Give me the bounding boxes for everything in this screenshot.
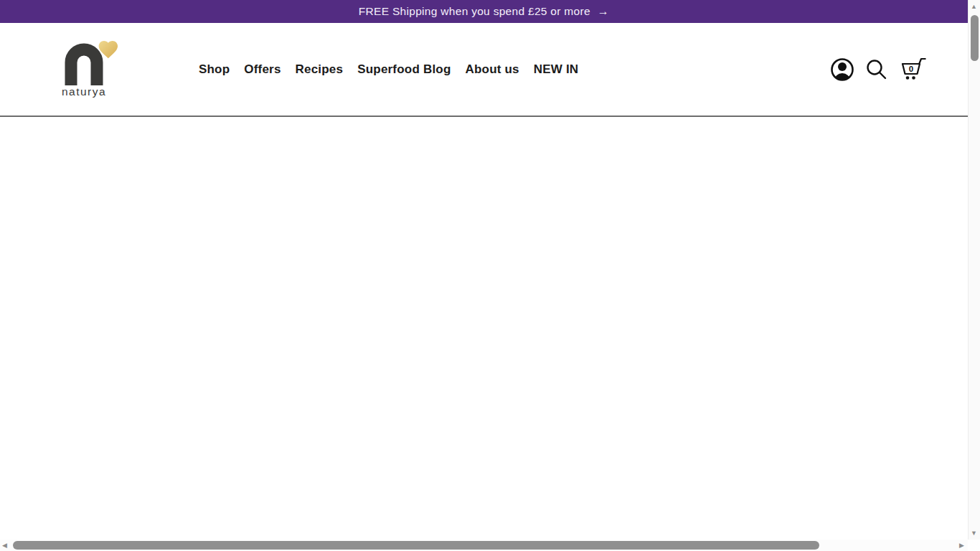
- cart-button[interactable]: 0: [898, 57, 928, 81]
- scroll-up-button[interactable]: ▲: [971, 4, 977, 10]
- main-nav: Shop Offers Recipes Superfood Blog About…: [199, 62, 578, 77]
- scroll-down-button[interactable]: ▼: [971, 530, 977, 537]
- promo-banner-text: FREE Shipping when you spend £25 or more: [359, 5, 590, 18]
- vertical-scrollbar-thumb[interactable]: [971, 15, 979, 61]
- header-icons: 0: [830, 57, 928, 82]
- account-icon: [830, 57, 854, 82]
- nav-item-new-in[interactable]: NEW IN: [534, 62, 579, 77]
- arrow-right-icon: →: [598, 6, 609, 17]
- scroll-left-button[interactable]: ◀: [2, 542, 7, 549]
- promo-banner[interactable]: FREE Shipping when you spend £25 or more…: [0, 0, 968, 23]
- cart-count-badge: 0: [909, 65, 913, 73]
- nav-item-shop[interactable]: Shop: [199, 62, 230, 77]
- scroll-right-button[interactable]: ▶: [959, 542, 964, 549]
- site-header: naturya Shop Offers Recipes Superfood Bl…: [0, 23, 968, 117]
- horizontal-scrollbar[interactable]: ◀ ▶: [0, 540, 968, 551]
- page-content: [0, 117, 968, 540]
- vertical-scrollbar[interactable]: ▲ ▼: [968, 0, 980, 540]
- cart-icon: 0: [898, 57, 928, 81]
- horizontal-scrollbar-thumb[interactable]: [13, 541, 819, 550]
- page: FREE Shipping when you spend £25 or more…: [0, 0, 968, 540]
- search-button[interactable]: [865, 58, 887, 80]
- logo-wordmark: naturya: [60, 85, 108, 98]
- naturya-logo[interactable]: naturya: [60, 37, 121, 103]
- search-icon: [865, 58, 887, 80]
- logo-n-icon: [60, 37, 121, 87]
- nav-item-offers[interactable]: Offers: [244, 62, 281, 77]
- account-button[interactable]: [830, 57, 854, 82]
- nav-item-about-us[interactable]: About us: [465, 62, 519, 77]
- nav-item-superfood-blog[interactable]: Superfood Blog: [357, 62, 451, 77]
- nav-item-recipes[interactable]: Recipes: [296, 62, 344, 77]
